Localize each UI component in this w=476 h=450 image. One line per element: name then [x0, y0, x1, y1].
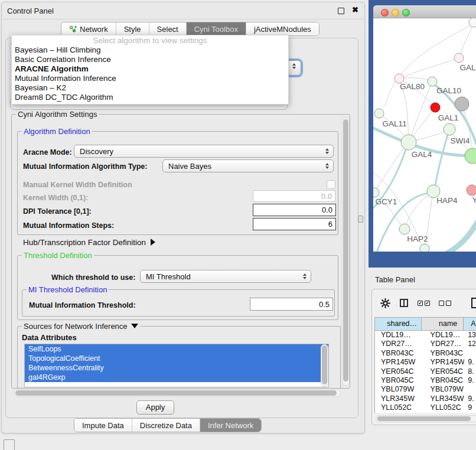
table-cell[interactable]: 9. [464, 394, 476, 403]
aracne-mode-combo[interactable]: Discovery [74, 145, 334, 158]
apply-button[interactable]: Apply [136, 400, 174, 415]
table-cell[interactable]: YPR145W [375, 358, 422, 367]
network-node[interactable] [444, 123, 455, 135]
manual-kernel-checkbox[interactable] [327, 180, 335, 189]
show-columns-icon[interactable]: ✓✓ [418, 301, 430, 306]
expand-right-icon[interactable] [151, 239, 155, 246]
table-horizontal-scrollbar[interactable] [376, 415, 476, 422]
attributes-list-scrollbar[interactable] [321, 344, 328, 387]
attribute-item[interactable]: BetweennessCentrality [25, 363, 328, 373]
column-header-shared-name[interactable]: shared… [375, 318, 422, 330]
table-cell[interactable]: YBL079W [422, 385, 465, 394]
network-node[interactable] [467, 185, 476, 195]
network-view-window[interactable]: GALGAL80GAL10GAL1GAL11SWI4GAL4GCY1HAP4YH… [373, 5, 476, 252]
tab-select[interactable]: Select [149, 22, 187, 35]
column-header-partial[interactable]: A [464, 318, 476, 330]
network-node[interactable] [401, 135, 416, 150]
algorithm-option[interactable]: ARACNE Algorithm [12, 64, 288, 74]
zoom-traffic-light-icon[interactable] [402, 9, 410, 17]
table-cell[interactable]: YBR045C [422, 376, 465, 385]
table-row[interactable]: YDR27…YDR27…12 [375, 340, 476, 348]
network-node[interactable] [420, 244, 429, 252]
table-cell[interactable]: YPR145W [422, 358, 465, 367]
export-table-icon[interactable] [471, 297, 476, 309]
tab-infer-network[interactable]: Infer Network [200, 419, 261, 432]
minimize-traffic-light-icon[interactable] [392, 9, 399, 17]
table-cell[interactable]: YLR345W [375, 394, 422, 403]
columns-icon[interactable] [399, 298, 409, 308]
float-window-icon[interactable] [338, 8, 344, 14]
settings-vertical-scrollbar[interactable] [342, 118, 350, 386]
table-row[interactable]: YBL079WYBL079W [375, 385, 476, 394]
table-cell[interactable] [464, 385, 476, 394]
network-node[interactable] [455, 97, 469, 111]
table-row[interactable]: YLL052CYLL052C9 [375, 403, 476, 412]
focused-combo-button[interactable] [287, 60, 301, 76]
table-cell[interactable] [464, 349, 476, 358]
close-traffic-light-icon[interactable] [381, 9, 389, 17]
table-cell[interactable]: YER054C [375, 367, 422, 376]
table-cell[interactable]: 9 [464, 403, 476, 412]
table-cell[interactable]: 9. [464, 358, 476, 367]
network-node[interactable] [469, 18, 476, 27]
table-row[interactable]: YER054CYER054C8. [375, 367, 476, 376]
attribute-item[interactable]: SelfLoops [25, 344, 328, 354]
table-cell[interactable]: 13 [464, 331, 476, 340]
algorithm-option[interactable]: Dream8 DC_TDC Algorithm [12, 93, 288, 102]
network-node[interactable] [373, 188, 379, 197]
table-cell[interactable]: YLL052C [422, 403, 465, 412]
tab-jactivemnodules[interactable]: jActiveMNodules [246, 22, 319, 35]
floating-tool-icon[interactable] [4, 439, 15, 450]
network-node[interactable] [431, 103, 440, 112]
close-icon[interactable]: ✖ [352, 5, 358, 14]
table-row[interactable]: YDL19…YDL19…13 [375, 331, 476, 340]
attribute-item[interactable]: TopologicalCoefficient [25, 354, 328, 363]
algorithm-option[interactable]: Bayesian – Hill Climbing [12, 45, 288, 55]
kernel-width-field[interactable] [253, 190, 335, 202]
table-cell[interactable]: YDL19… [375, 331, 422, 340]
mi-steps-field[interactable] [253, 218, 336, 230]
network-node[interactable] [374, 109, 384, 118]
tab-discretize-data[interactable]: Discretize Data [132, 419, 200, 432]
table-cell[interactable]: YLL052C [375, 403, 422, 412]
collapse-down-icon[interactable] [131, 324, 138, 328]
tab-impute-data[interactable]: Impute Data [74, 419, 132, 432]
table-cell[interactable]: 9. [464, 376, 476, 385]
tab-style[interactable]: Style [116, 22, 149, 35]
network-node[interactable] [428, 77, 437, 86]
hub-definition-expander[interactable]: Hub/Transcription Factor Definition [23, 238, 155, 247]
table-cell[interactable]: YDR27… [422, 340, 465, 348]
gear-icon[interactable] [380, 298, 390, 308]
attribute-item[interactable]: gal4RGexp [25, 373, 328, 382]
table-cell[interactable]: YLR345W [422, 394, 465, 403]
which-threshold-combo[interactable]: MI Threshold [140, 270, 311, 283]
table-cell[interactable]: 12 [464, 340, 476, 348]
table-cell[interactable]: YER054C [422, 367, 465, 376]
table-cell[interactable]: YBR043C [422, 349, 465, 358]
algorithm-option[interactable]: Bayesian – K2 [12, 83, 288, 93]
table-cell[interactable]: YBR043C [375, 349, 422, 358]
table-cell[interactable]: YBR045C [375, 376, 422, 385]
column-header-name[interactable]: name [422, 318, 464, 330]
splitter-grip[interactable] [358, 216, 363, 223]
table-cell[interactable]: YBL079W [375, 385, 422, 394]
dpi-tolerance-field[interactable] [253, 204, 336, 216]
settings-horizontal-scrollbar[interactable] [14, 389, 341, 397]
table-row[interactable]: YBR045CYBR045C9. [375, 376, 476, 385]
table-row[interactable]: YPR145WYPR145W9. [375, 358, 476, 367]
algorithm-option[interactable]: Mutual Information Inference [12, 74, 288, 83]
mi-type-combo[interactable]: Naive Bayes [162, 159, 334, 172]
network-window-titlebar[interactable] [373, 5, 476, 18]
table-row[interactable]: YLR345WYLR345W9. [375, 394, 476, 403]
table-cell[interactable]: YDL19… [422, 331, 465, 340]
table-cell[interactable]: YDR27… [375, 340, 422, 348]
table-cell[interactable]: 8. [464, 367, 476, 376]
network-node[interactable] [465, 148, 476, 164]
mi-threshold-field[interactable] [250, 298, 333, 311]
network-node[interactable] [454, 53, 464, 63]
hide-columns-icon[interactable] [439, 301, 451, 306]
network-canvas[interactable]: GALGAL80GAL10GAL1GAL11SWI4GAL4GCY1HAP4YH… [373, 18, 476, 252]
table-row[interactable]: YBR043CYBR043C [375, 349, 476, 358]
control-panel-titlebar[interactable]: Control Panel ✖ [2, 2, 364, 19]
network-node[interactable] [399, 224, 410, 234]
